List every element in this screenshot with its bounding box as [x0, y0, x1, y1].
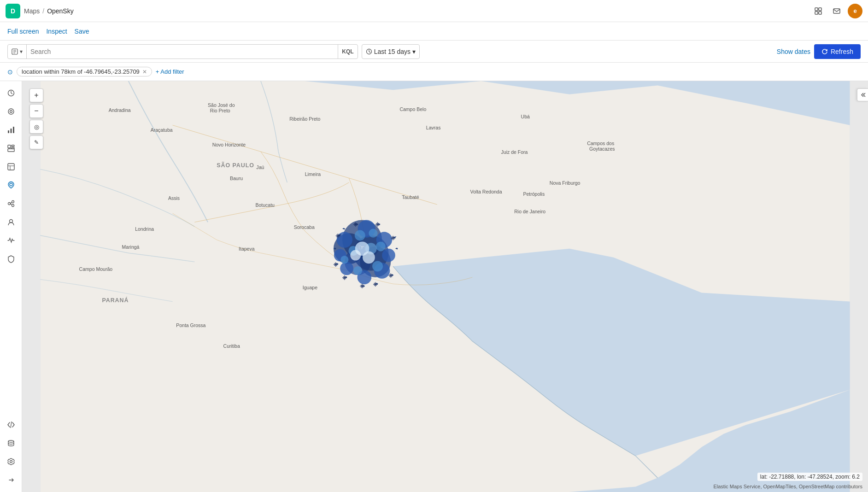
refresh-button[interactable]: Refresh: [814, 44, 861, 59]
svg-rect-2: [815, 12, 818, 14]
app-logo[interactable]: D: [6, 4, 20, 18]
time-filter[interactable]: Last 15 days ▾: [362, 44, 420, 59]
svg-rect-19: [13, 127, 14, 133]
secondary-toolbar: Full screen Inspect Save: [0, 22, 868, 41]
svg-rect-18: [10, 129, 12, 133]
svg-rect-0: [815, 8, 818, 11]
sidebar-icon-settings[interactable]: [3, 453, 19, 470]
search-toggle[interactable]: ▾: [8, 45, 27, 59]
city-ribeirao: Ribeirão Preto: [289, 116, 320, 122]
svg-point-49: [340, 262, 353, 275]
main-area: Andradina Araçatuba São José do Rio Pret…: [0, 81, 868, 492]
city-maringa: Maringá: [122, 244, 139, 250]
user-avatar[interactable]: e: [848, 4, 862, 18]
save-button[interactable]: Save: [75, 28, 89, 35]
svg-rect-3: [819, 12, 821, 14]
city-sorocaba: Sorocaba: [294, 224, 315, 230]
sidebar-icon-dashboard[interactable]: [3, 140, 19, 157]
grid-icon-button[interactable]: [811, 4, 826, 18]
city-jau: Jaú: [256, 164, 264, 170]
city-iguape: Iguape: [303, 285, 317, 290]
show-dates-button[interactable]: Show dates: [777, 48, 810, 55]
svg-point-36: [10, 461, 12, 463]
sidebar-icon-recent[interactable]: [3, 85, 19, 101]
filter-tag-text: location within 78km of -46.79645,-23.25…: [22, 68, 140, 75]
search-toggle-chevron: ▾: [20, 48, 23, 55]
city-curitiba: Curitiba: [223, 343, 240, 349]
svg-rect-24: [8, 164, 14, 170]
city-andradina: Andradina: [109, 107, 131, 113]
filter-options-icon[interactable]: ⊙: [7, 68, 13, 76]
breadcrumb-parent[interactable]: Maps: [24, 7, 40, 15]
svg-rect-23: [8, 149, 14, 152]
svg-point-60: [363, 251, 375, 264]
city-campos: Campos dos: [587, 141, 614, 146]
svg-rect-20: [8, 145, 11, 148]
filter-bar: ▾ KQL Last 15 days ▾ Show dates Refresh: [0, 41, 868, 63]
time-filter-chevron: ▾: [412, 48, 416, 55]
svg-point-52: [369, 229, 377, 238]
inspect-button[interactable]: Inspect: [46, 28, 67, 35]
kql-toggle[interactable]: KQL: [338, 45, 357, 59]
svg-point-15: [8, 109, 14, 114]
refresh-label: Refresh: [831, 48, 853, 55]
city-novohoriz: Novo Horizonte: [212, 142, 246, 147]
city-sjriopreto2: Rio Preto: [210, 108, 230, 113]
svg-point-51: [355, 230, 365, 240]
breadcrumb: Maps / OpenSky: [24, 7, 74, 15]
location-filter-tag[interactable]: location within 78km of -46.79645,-23.25…: [17, 67, 152, 76]
city-londrina: Londrina: [135, 226, 154, 232]
sidebar-icon-siem[interactable]: [3, 251, 19, 267]
filter-tag-bar: ⊙ location within 78km of -46.79645,-23.…: [0, 63, 868, 81]
sidebar-collapse-button[interactable]: [3, 472, 19, 488]
svg-point-55: [353, 266, 362, 275]
svg-text:☞: ☞: [358, 243, 364, 251]
svg-point-35: [8, 440, 14, 442]
svg-line-32: [10, 204, 12, 205]
city-bauru: Bauru: [230, 176, 243, 181]
svg-point-53: [376, 241, 386, 251]
city-petropolis: Petrópolis: [523, 191, 545, 197]
map-controls: + − ◎ ✎: [29, 88, 43, 149]
city-taubate: Taubaté: [402, 194, 419, 200]
breadcrumb-separator: /: [42, 7, 44, 15]
city-itapeva: Itapeva: [239, 246, 255, 252]
city-limeira: Limeira: [305, 171, 321, 177]
map-area[interactable]: Andradina Araçatuba São José do Rio Pret…: [22, 81, 868, 492]
draw-tool-button[interactable]: ✎: [29, 135, 43, 149]
city-aracatuba: Araçatuba: [151, 127, 173, 133]
region-saopaulo: SÃO PAULO: [217, 162, 254, 169]
map-svg: Andradina Araçatuba São José do Rio Pret…: [22, 81, 868, 492]
map-attribution: Elastic Maps Service, OpenMapTiles, Open…: [713, 484, 862, 489]
app-header: D Maps / OpenSky e: [0, 0, 868, 22]
add-filter-button[interactable]: + Add filter: [156, 68, 184, 75]
city-sjriopreto: São José do: [208, 102, 235, 108]
sidebar-icon-monitoring[interactable]: [3, 214, 19, 230]
city-voltaredonda: Volta Redonda: [470, 189, 502, 194]
filter-tag-close-icon[interactable]: ✕: [142, 69, 147, 75]
legend-collapse-button[interactable]: [857, 88, 868, 101]
svg-point-43: [337, 232, 352, 247]
sidebar-icon-maps[interactable]: [3, 177, 19, 193]
zoom-in-button[interactable]: +: [29, 88, 43, 102]
sidebar-icon-devtools[interactable]: [3, 416, 19, 433]
city-campobelo: Campo Belo: [399, 106, 426, 112]
sidebar-icon-stack-monitoring[interactable]: [3, 435, 19, 451]
svg-rect-1: [819, 8, 821, 11]
sidebar-icon-discover[interactable]: [3, 103, 19, 120]
sidebar-icon-canvas[interactable]: [3, 158, 19, 175]
fullscreen-button[interactable]: Full screen: [7, 28, 39, 35]
locate-button[interactable]: ◎: [29, 120, 43, 134]
svg-line-31: [10, 202, 12, 204]
sidebar-icon-graph[interactable]: [3, 195, 19, 212]
sidebar-icon-apm[interactable]: [3, 232, 19, 249]
svg-rect-21: [12, 145, 14, 146]
time-range-value: Last 15 days: [374, 48, 411, 55]
search-container: ▾ KQL: [7, 44, 358, 59]
mail-icon-button[interactable]: [829, 4, 844, 18]
region-parana: PARANÁ: [102, 297, 129, 304]
search-input[interactable]: [27, 48, 338, 55]
city-uba: Ubá: [521, 114, 530, 119]
zoom-out-button[interactable]: −: [29, 104, 43, 118]
sidebar-icon-visualize[interactable]: [3, 122, 19, 138]
